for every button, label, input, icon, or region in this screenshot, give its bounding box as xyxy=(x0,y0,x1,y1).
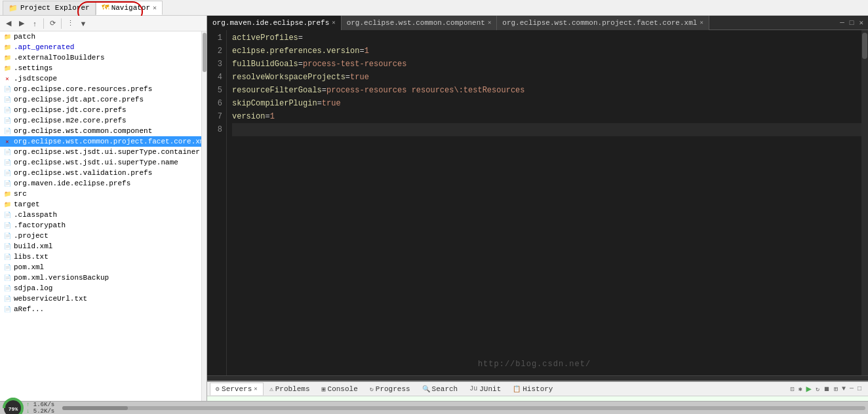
left-scrollbar[interactable] xyxy=(201,31,207,405)
tree-item-11[interactable]: ✕org.eclipse.wst.common.project.facet.co… xyxy=(0,136,201,147)
bottom-minimize[interactable]: ─ xyxy=(848,385,855,392)
bottom-btn-4[interactable]: ⏹ xyxy=(822,385,831,393)
tab-project-explorer[interactable]: 📁 Project Explorer xyxy=(3,1,96,15)
editor-close[interactable]: ✕ xyxy=(857,18,865,27)
tree-item-3[interactable]: 📁.externalToolBuilders xyxy=(0,52,201,63)
tree-item-17[interactable]: 📁target xyxy=(0,199,201,210)
tree-item-25[interactable]: 📄sdjpa.log xyxy=(0,283,201,293)
navigator-icon: 🗺 xyxy=(102,3,109,12)
tab-navigator[interactable]: 🗺 Navigator ✕ xyxy=(96,1,163,15)
editor-hscrollbar[interactable] xyxy=(207,375,868,381)
tree-item-19[interactable]: 📄.factorypath xyxy=(0,220,201,231)
tree-item-18[interactable]: 📄.classpath xyxy=(0,210,201,220)
code-editor[interactable]: activeProfiles=eclipse.preferences.versi… xyxy=(227,30,861,375)
bottom-tab-label-1: Servers xyxy=(222,385,252,393)
bottom-tab-label-2: Problems xyxy=(275,385,310,393)
bottom-maximize[interactable]: □ xyxy=(856,385,863,392)
bottom-tab-1[interactable]: ⚙Servers✕ xyxy=(210,383,264,396)
bottom-tab-6[interactable]: JuJUnit xyxy=(464,383,507,396)
folder-icon: 📁 xyxy=(9,4,18,12)
bottom-btn-3[interactable]: ↻ xyxy=(814,385,821,393)
line-num-6: 6 xyxy=(207,97,222,110)
bottom-tab-7[interactable]: 📋History xyxy=(507,383,559,396)
tree-item-21[interactable]: 📄build.xml xyxy=(0,241,201,252)
tree-item-26[interactable]: 📄webserviceUrl.txt xyxy=(0,293,201,304)
tree-item-label-4: .settings xyxy=(14,64,52,72)
up-button[interactable]: ↑ xyxy=(29,18,41,29)
tree-item-27[interactable]: 📄aRef... xyxy=(0,304,201,314)
tree-item-13[interactable]: 📄org.eclipse.wst.jsdt.ui.superType.name xyxy=(0,157,201,168)
tree-item-7[interactable]: 📄org.eclipse.jdt.apt.core.prefs xyxy=(0,94,201,105)
line-num-1: 1 xyxy=(207,31,222,45)
bottom-btn-run[interactable]: ▶ xyxy=(804,383,812,394)
tree-item-icon-3: 📁 xyxy=(3,53,12,62)
code-val-5: process-resources resources\:testResourc… xyxy=(326,86,524,95)
bottom-btn-2[interactable]: ✱ xyxy=(797,385,803,393)
tree-item-22[interactable]: 📄libs.txt xyxy=(0,252,201,262)
hscroll-status[interactable] xyxy=(62,406,865,410)
left-panel-toolbar: ◀ ▶ ↑ ⟳ ⋮ ▼ xyxy=(0,16,207,31)
tree-item-20[interactable]: 📄.project xyxy=(0,231,201,241)
sync-button[interactable]: ⟳ xyxy=(47,18,58,29)
tree-item-label-24: pom.xml.versionsBackup xyxy=(14,274,109,282)
editor-tab-3[interactable]: org.eclipse.wst.common.project.facet.cor… xyxy=(497,16,709,30)
editor-tab-1[interactable]: org.maven.ide.eclipse.prefs✕ xyxy=(207,16,342,30)
tree-item-14[interactable]: 📄org.eclipse.wst.validation.prefs xyxy=(0,168,201,178)
tree-item-label-25: sdjpa.log xyxy=(14,284,52,292)
tree-item-label-2: .apt_generated xyxy=(14,43,74,51)
bottom-tab-4[interactable]: ↻Progress xyxy=(364,383,416,396)
file-tree: 📁patch📁.apt_generated📁.externalToolBuild… xyxy=(0,31,201,405)
bottom-btn-5[interactable]: ⊞ xyxy=(833,385,839,393)
tree-item-1[interactable]: 📁patch xyxy=(0,31,201,42)
tree-item-label-10: org.eclipse.wst.common.component xyxy=(14,127,152,135)
editor-tab-close-1[interactable]: ✕ xyxy=(332,19,335,26)
tree-item-16[interactable]: 📁src xyxy=(0,189,201,199)
tree-item-10[interactable]: 📄org.eclipse.wst.common.component xyxy=(0,126,201,136)
editor-vscrollbar[interactable] xyxy=(861,30,868,375)
editor-tab-close-2[interactable]: ✕ xyxy=(488,19,491,26)
bottom-tab-close-1[interactable]: ✕ xyxy=(254,385,257,392)
tree-item-icon-1: 📁 xyxy=(3,32,12,41)
toolbar-divider-2 xyxy=(61,18,62,29)
tree-item-2[interactable]: 📁.apt_generated xyxy=(0,42,201,52)
forward-button[interactable]: ▶ xyxy=(16,18,28,29)
bottom-tab-5[interactable]: 🔍Search xyxy=(416,383,464,396)
tree-item-12[interactable]: 📄org.eclipse.wst.jsdt.ui.superType.conta… xyxy=(0,147,201,157)
bottom-tab-2[interactable]: ⚠Problems xyxy=(264,383,316,396)
down-speed-value: 5.2K/s xyxy=(33,408,54,415)
bottom-tab-icon-7: 📋 xyxy=(513,385,521,393)
tree-item-4[interactable]: 📁.settings xyxy=(0,63,201,73)
bottom-btn-dropdown[interactable]: ▼ xyxy=(840,385,847,392)
tree-item-icon-18: 📄 xyxy=(3,210,12,219)
tree-item-23[interactable]: 📄pom.xml xyxy=(0,262,201,273)
back-button[interactable]: ◀ xyxy=(3,18,14,29)
bottom-tab-label-5: Search xyxy=(432,385,458,393)
more-button[interactable]: ⋮ xyxy=(64,18,76,29)
tree-item-6[interactable]: 📄org.eclipse.core.resources.prefs xyxy=(0,84,201,94)
code-line-4: resolveWorkspaceProjects=true xyxy=(232,71,861,84)
tree-item-label-14: org.eclipse.wst.validation.prefs xyxy=(14,169,152,177)
editor-minimize[interactable]: ─ xyxy=(838,19,846,27)
bottom-tab-3[interactable]: ▣Console xyxy=(316,383,364,396)
tree-item-label-8: org.eclipse.jdt.core.prefs xyxy=(14,106,127,114)
editor-maximize[interactable]: □ xyxy=(848,19,856,27)
tree-item-icon-11: ✕ xyxy=(3,137,12,146)
tree-item-label-16: src xyxy=(14,190,27,198)
code-key-7: version xyxy=(232,112,265,121)
editor-tab-close-3[interactable]: ✕ xyxy=(700,19,703,26)
tree-item-icon-5: ✕ xyxy=(3,74,12,83)
tree-item-24[interactable]: 📄pom.xml.versionsBackup xyxy=(0,273,201,283)
dropdown-button[interactable]: ▼ xyxy=(77,18,89,29)
code-key-5: resourceFilterGoals xyxy=(232,86,322,95)
editor-tab-2[interactable]: org.eclipse.wst.common.component✕ xyxy=(342,16,498,30)
tree-item-label-3: .externalToolBuilders xyxy=(14,54,105,62)
bottom-btn-1[interactable]: ⊡ xyxy=(789,385,795,393)
tree-item-8[interactable]: 📄org.eclipse.jdt.core.prefs xyxy=(0,105,201,115)
tree-item-9[interactable]: 📄org.eclipse.m2e.core.prefs xyxy=(0,115,201,126)
code-line-2: eclipse.preferences.version=1 xyxy=(232,45,861,58)
tab-close-navigator[interactable]: ✕ xyxy=(153,4,157,12)
tree-item-label-1: patch xyxy=(14,33,35,41)
tree-item-5[interactable]: ✕.jsdtscope xyxy=(0,73,201,84)
tree-item-15[interactable]: 📄org.maven.ide.eclipse.prefs xyxy=(0,178,201,189)
tree-item-icon-14: 📄 xyxy=(3,168,12,178)
